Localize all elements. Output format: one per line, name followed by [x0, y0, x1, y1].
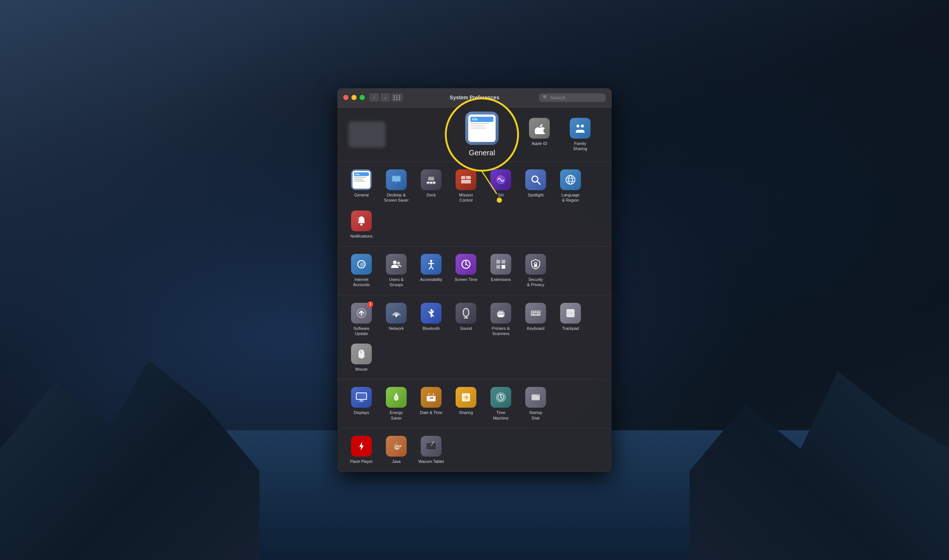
spotlight-icon: [525, 169, 546, 190]
mouse-icon-wrap: [351, 343, 372, 364]
pref-dock[interactable]: Dock: [414, 166, 448, 206]
startup-disk-icon-wrap: [525, 387, 546, 408]
svg-rect-12: [466, 176, 471, 179]
pref-internet-accounts[interactable]: @ InternetAccounts: [345, 251, 378, 291]
svg-point-0: [577, 125, 580, 128]
svg-rect-40: [501, 265, 505, 269]
accessibility-label: Accessibility: [420, 277, 442, 282]
minimize-button[interactable]: [351, 95, 357, 100]
pref-apple-id[interactable]: Apple ID: [523, 115, 556, 155]
pref-mission-control[interactable]: MissionControl: [449, 166, 483, 206]
svg-rect-88: [428, 444, 435, 448]
screen-time-label: Screen Time: [454, 277, 477, 282]
timemachine-svg: [495, 392, 507, 404]
mission-control-icon: [455, 169, 476, 190]
pref-extensions[interactable]: Extensions: [484, 251, 517, 291]
pref-mouse[interactable]: Mouse: [345, 341, 378, 375]
svg-rect-38: [496, 265, 500, 269]
pref-desktop-screensaver[interactable]: Desktop &Screen Saver: [380, 166, 413, 206]
desktop-icon-wrap: [386, 169, 407, 190]
pref-trackpad[interactable]: Trackpad: [554, 300, 587, 340]
pref-bluetooth[interactable]: Bluetooth: [414, 300, 448, 340]
svg-rect-60: [534, 313, 538, 314]
pref-flash-player[interactable]: Flash Player: [345, 433, 378, 467]
sharing-icon-wrap: [455, 387, 476, 408]
window-title: System Preferences: [450, 94, 499, 100]
java-icon-wrap: Java: [386, 436, 407, 457]
grid-dot: [394, 99, 395, 100]
users-groups-icon: [386, 254, 407, 275]
screentime-svg: [460, 258, 472, 270]
pref-family-sharing[interactable]: FamilySharing: [563, 115, 597, 155]
grid-icon: [394, 95, 401, 100]
software-update-badge: 1: [368, 301, 373, 307]
pref-spotlight[interactable]: Spotlight: [519, 166, 552, 206]
pref-java[interactable]: Java Java: [380, 433, 413, 467]
general-icon: File: [351, 169, 372, 190]
pref-startup-disk[interactable]: StartupDisk: [519, 384, 552, 424]
pref-notifications[interactable]: Notifications: [345, 208, 378, 242]
pref-security-privacy[interactable]: Security& Privacy: [519, 251, 552, 291]
pref-displays[interactable]: Displays: [345, 384, 378, 424]
pref-sound[interactable]: Sound: [449, 300, 483, 340]
printers-icon-wrap: [491, 303, 511, 323]
sharing-label: Sharing: [459, 410, 473, 415]
pref-wacom-tablet[interactable]: Wacom Tablet: [414, 433, 448, 467]
trackpad-svg: [564, 307, 577, 319]
pref-siri[interactable]: Siri: [484, 166, 517, 206]
sharing-icon: [455, 387, 476, 408]
top-icons: Apple ID FamilySharing: [523, 115, 601, 155]
users-groups-icon-wrap: [386, 254, 407, 275]
wacom-icon-wrap: [421, 436, 441, 457]
pref-energy-saver[interactable]: EnergySaver: [380, 384, 413, 424]
extensions-label: Extensions: [491, 277, 511, 282]
pref-accessibility[interactable]: Accessibility: [414, 251, 448, 291]
startup-disk-label: StartupDisk: [529, 410, 542, 421]
forward-button[interactable]: ›: [380, 93, 390, 102]
siri-icon: [491, 169, 511, 190]
nav-buttons: ‹ ›: [369, 93, 390, 102]
search-input[interactable]: [550, 95, 602, 100]
extensions-icon-wrap: [491, 254, 511, 275]
dock-label: Dock: [426, 192, 435, 197]
svg-point-1: [581, 125, 584, 128]
svg-point-17: [566, 175, 575, 184]
pref-screen-time[interactable]: Screen Time: [449, 251, 483, 291]
users-svg: [390, 258, 402, 270]
bluetooth-icon-wrap: [421, 303, 441, 323]
spotlight-svg: [530, 174, 541, 186]
svg-rect-10: [428, 177, 434, 180]
search-box[interactable]: 🔍: [539, 93, 606, 102]
back-button[interactable]: ‹: [369, 93, 379, 102]
pref-printers-scanners[interactable]: Printers &Scanners: [484, 300, 517, 340]
extensions-svg: [495, 258, 507, 270]
svg-rect-58: [538, 311, 540, 312]
family-icon: [574, 122, 586, 134]
pref-language-region[interactable]: Language& Region: [554, 166, 587, 206]
grid-dot: [399, 97, 400, 98]
svg-point-84: [537, 395, 538, 396]
security-icon: [525, 254, 546, 275]
extensions-icon: [491, 254, 511, 275]
pref-keyboard[interactable]: Keyboard: [519, 300, 552, 340]
grid-view-button[interactable]: [391, 93, 403, 102]
svg-rect-68: [360, 400, 363, 402]
pref-software-update[interactable]: 1 SoftwareUpdate: [345, 300, 378, 340]
svg-point-27: [397, 262, 400, 265]
pref-sharing[interactable]: Sharing: [449, 384, 483, 424]
close-button[interactable]: [343, 95, 348, 100]
screen-time-icon-wrap: [455, 254, 476, 275]
pref-general[interactable]: File General: [345, 166, 378, 206]
maximize-button[interactable]: [360, 95, 365, 100]
svg-point-47: [463, 308, 469, 317]
svg-point-45: [395, 315, 397, 317]
pref-time-machine[interactable]: TimeMachine: [484, 384, 517, 424]
pref-network[interactable]: Network: [380, 300, 413, 340]
printers-svg: [495, 307, 507, 319]
spotlight-icon-wrap: [525, 169, 546, 190]
svg-line-81: [501, 398, 502, 399]
pref-users-groups[interactable]: Users &Groups: [380, 251, 413, 291]
svg-rect-4: [395, 182, 398, 183]
pref-date-time[interactable]: 18 Date & Time: [414, 384, 448, 424]
profile-area: Apple ID FamilySharing: [337, 108, 612, 162]
